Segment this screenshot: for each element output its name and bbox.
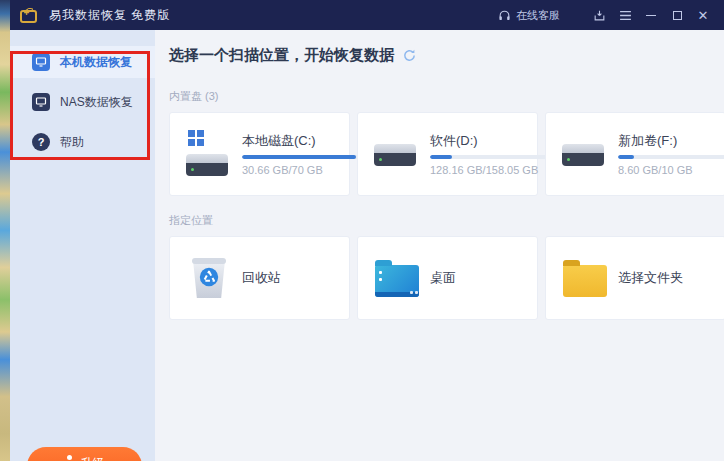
drive-size: 128.16 GB/158.05 GB [430, 164, 550, 176]
window-title: 易我数据恢复 免费版 [49, 7, 170, 24]
headset-icon [498, 9, 511, 22]
drive-card-c[interactable]: 本地磁盘(C:) 30.66 GB/70 GB [169, 112, 350, 196]
internal-drives-row: 本地磁盘(C:) 30.66 GB/70 GB 软件(D:) [169, 112, 710, 196]
locations-row: 回收站 桌面 选择文件夹 [169, 236, 710, 320]
desktop-card[interactable]: 桌面 [357, 236, 538, 320]
drive-name: 本地磁盘(C:) [242, 132, 362, 150]
drive-icon [374, 130, 420, 178]
recycle-bin-card[interactable]: 回收站 [169, 236, 350, 320]
drive-usage-bar [430, 155, 550, 159]
drive-usage-bar [242, 155, 362, 159]
maximize-button[interactable] [664, 0, 690, 30]
minimize-button[interactable] [638, 0, 664, 30]
drive-name: 新加卷(F:) [618, 132, 724, 150]
activation-button[interactable] [586, 0, 612, 30]
drive-size: 30.66 GB/70 GB [242, 164, 362, 176]
desktop-wallpaper-strip [0, 0, 10, 461]
location-label: 桌面 [430, 269, 456, 287]
maximize-icon [673, 11, 682, 20]
titlebar-controls: 在线客服 ✕ [498, 0, 716, 30]
drive-size: 8.60 GB/10 GB [618, 164, 724, 176]
sidebar-item-label: 帮助 [60, 134, 84, 151]
menu-button[interactable] [612, 0, 638, 30]
titlebar: 易我数据恢复 免费版 在线客服 [10, 0, 724, 30]
upgrade-button-label: 升级 [81, 455, 105, 461]
help-icon: ? [32, 133, 50, 151]
hamburger-menu-icon [619, 10, 632, 21]
close-button[interactable]: ✕ [690, 0, 716, 30]
location-label: 回收站 [242, 269, 281, 287]
sidebar-item-local-recovery[interactable]: 本机数据恢复 [10, 46, 155, 78]
drive-name: 软件(D:) [430, 132, 550, 150]
app-logo-icon [20, 10, 37, 23]
recycle-bin-icon [193, 258, 225, 298]
close-icon: ✕ [698, 9, 709, 22]
drive-usage-bar [618, 155, 724, 159]
screen: 易我数据恢复 免费版 在线客服 [0, 0, 724, 461]
upgrade-button[interactable]: 升级 [27, 447, 142, 461]
minimize-icon [646, 15, 656, 16]
sidebar-item-label: NAS数据恢复 [60, 94, 133, 111]
pc-recovery-icon [32, 53, 50, 71]
location-label: 选择文件夹 [618, 269, 683, 287]
nas-recovery-icon [32, 93, 50, 111]
app-window: 易我数据恢复 免费版 在线客服 [10, 0, 724, 461]
drive-icon [562, 130, 608, 178]
internal-drives-section-label: 内置盘 (3) [169, 89, 710, 104]
drive-card-d[interactable]: 软件(D:) 128.16 GB/158.05 GB [357, 112, 538, 196]
desktop-folder-icon [375, 265, 419, 297]
choose-folder-card[interactable]: 选择文件夹 [545, 236, 724, 320]
online-service-button[interactable]: 在线客服 [498, 8, 560, 23]
app-body: 本机数据恢复 NAS数据恢复 ? 帮助 [10, 30, 724, 461]
choose-folder-icon [563, 265, 607, 297]
refresh-icon[interactable] [402, 48, 417, 63]
sidebar: 本机数据恢复 NAS数据恢复 ? 帮助 [10, 30, 155, 461]
page-title: 选择一个扫描位置，开始恢复数据 [169, 46, 394, 65]
person-icon [65, 455, 75, 461]
drive-card-f[interactable]: 新加卷(F:) 8.60 GB/10 GB [545, 112, 724, 196]
online-service-label: 在线客服 [516, 8, 560, 23]
sidebar-item-nas-recovery[interactable]: NAS数据恢复 [10, 86, 155, 118]
specify-location-section-label: 指定位置 [169, 213, 710, 228]
system-drive-icon [186, 130, 232, 178]
windows-logo-icon [188, 130, 204, 146]
download-tray-icon [593, 9, 606, 22]
sidebar-item-help[interactable]: ? 帮助 [10, 126, 155, 158]
main-content: 选择一个扫描位置，开始恢复数据 内置盘 (3) 本地磁盘(C [155, 30, 724, 461]
sidebar-item-label: 本机数据恢复 [60, 54, 132, 71]
